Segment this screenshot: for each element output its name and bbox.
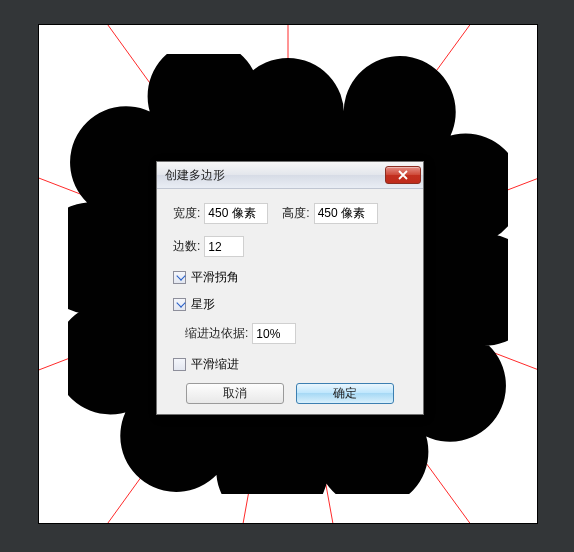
star-checkbox[interactable] [173, 298, 186, 311]
dialog-body: 宽度: 高度: 边数: 平滑拐角 星形 缩进边依据: 平滑缩进 [157, 189, 423, 414]
dialog-buttons: 取消 确定 [173, 383, 407, 404]
create-polygon-dialog: 创建多边形 宽度: 高度: 边数: 平滑拐角 星形 缩进边依据: [156, 161, 424, 415]
smooth-corners-checkbox[interactable] [173, 271, 186, 284]
smooth-indent-checkbox[interactable] [173, 358, 186, 371]
star-row: 星形 [173, 296, 407, 313]
smooth-indent-row: 平滑缩进 [173, 356, 407, 373]
smooth-corners-label: 平滑拐角 [191, 269, 239, 286]
close-icon [397, 170, 409, 180]
smooth-corners-row: 平滑拐角 [173, 269, 407, 286]
cancel-button[interactable]: 取消 [186, 383, 284, 404]
smooth-indent-label: 平滑缩进 [191, 356, 239, 373]
star-label: 星形 [191, 296, 215, 313]
close-button[interactable] [385, 166, 421, 184]
indent-row: 缩进边依据: [185, 323, 407, 344]
dimensions-row: 宽度: 高度: [173, 203, 407, 224]
height-label: 高度: [282, 205, 309, 222]
sides-row: 边数: [173, 236, 407, 257]
cancel-button-label: 取消 [223, 385, 247, 402]
sides-input[interactable] [204, 236, 244, 257]
indent-label: 缩进边依据: [185, 325, 248, 342]
dialog-titlebar[interactable]: 创建多边形 [157, 162, 423, 189]
ok-button-label: 确定 [333, 385, 357, 402]
sides-label: 边数: [173, 238, 200, 255]
indent-input[interactable] [252, 323, 296, 344]
width-label: 宽度: [173, 205, 200, 222]
dialog-title: 创建多边形 [165, 167, 385, 184]
width-input[interactable] [204, 203, 268, 224]
height-input[interactable] [314, 203, 378, 224]
ok-button[interactable]: 确定 [296, 383, 394, 404]
